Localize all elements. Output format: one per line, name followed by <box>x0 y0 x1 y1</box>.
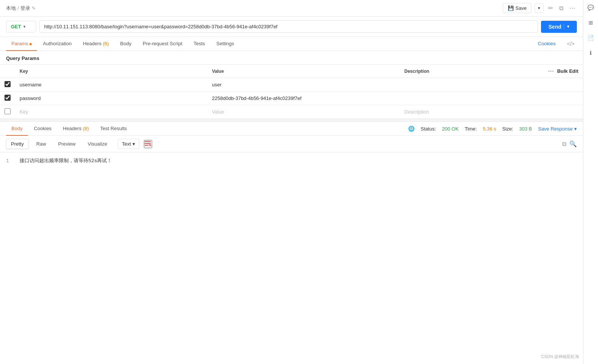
tab-headers[interactable]: Headers (6) <box>78 37 114 51</box>
key-cell-1[interactable]: username <box>15 78 208 92</box>
table-row: username user <box>0 78 583 92</box>
status-label: Status: <box>421 126 436 132</box>
top-bar-actions: 💾 Save ▾ ✏ ⧉ ⋯ <box>503 3 577 13</box>
tab-cookies[interactable]: Cookies <box>533 37 561 51</box>
breadcrumb-login[interactable]: 登录 <box>20 5 30 12</box>
save-response-button[interactable]: Save Response ▾ <box>538 126 577 132</box>
tab-params[interactable]: Params <box>6 37 37 51</box>
method-select[interactable]: GET ▾ <box>6 21 36 32</box>
save-dropdown-button[interactable]: ▾ <box>535 3 544 13</box>
checkbox-cell-2 <box>0 92 15 105</box>
response-tab-cookies[interactable]: Cookies <box>29 122 57 136</box>
more-options-icon[interactable]: ⋯ <box>568 3 577 13</box>
desc-cell-1[interactable] <box>400 78 538 92</box>
copy-icon-top[interactable]: ⧉ <box>558 3 565 13</box>
top-bar: 本地 / 登录 ✎ 💾 Save ▾ ✏ ⧉ ⋯ <box>0 0 583 17</box>
row2-checkbox[interactable] <box>5 95 11 101</box>
text-format-dropdown[interactable]: Text ▾ <box>118 139 139 149</box>
line-number-1: 1 <box>6 158 14 164</box>
globe-icon: 🌐 <box>408 126 415 132</box>
code-icon[interactable]: </> <box>565 37 577 51</box>
wrap-icon-button[interactable] <box>144 140 152 148</box>
table-row: password 2258d0db-37bd-4b56-941e-af4c023… <box>0 92 583 105</box>
row1-checkbox[interactable] <box>5 81 11 87</box>
search-response-button[interactable]: 🔍 <box>569 140 577 147</box>
value-cell-1[interactable]: user <box>208 78 400 92</box>
response-tab-body[interactable]: Body <box>6 122 28 136</box>
response-body: 1 接口访问超出频率限制，请等待52s再试！ <box>0 152 583 364</box>
response-headers-badge: (8) <box>83 126 89 131</box>
format-tab-preview[interactable]: Preview <box>54 139 80 149</box>
send-button[interactable]: Send ▾ <box>541 21 577 33</box>
response-tab-test-results[interactable]: Test Results <box>95 122 132 136</box>
table-header-row: Key Value Description ⋯ Bulk Edit <box>0 65 583 78</box>
more-icon[interactable]: ⋯ <box>548 68 554 75</box>
tab-tests[interactable]: Tests <box>188 37 210 51</box>
tab-settings[interactable]: Settings <box>211 37 239 51</box>
section-divider <box>0 119 583 122</box>
save-label: Save <box>515 5 527 11</box>
key-cell-2[interactable]: password <box>15 92 208 105</box>
sidebar-comment-icon[interactable]: 💬 <box>586 3 595 12</box>
value-placeholder[interactable]: Value <box>208 105 400 119</box>
params-dot <box>29 43 32 45</box>
method-label: GET <box>11 24 21 29</box>
breadcrumb-separator: / <box>17 5 19 11</box>
text-format-arrow: ▾ <box>133 141 135 147</box>
action-cell-1 <box>538 78 583 92</box>
watermark: CSDN @神秘彩虹海 <box>541 354 579 359</box>
edit-icon[interactable]: ✎ <box>32 6 35 11</box>
format-tab-pretty[interactable]: Pretty <box>6 139 29 149</box>
tab-pre-request[interactable]: Pre-request Script <box>137 37 188 51</box>
action-placeholder <box>538 105 583 119</box>
sidebar-info-icon[interactable]: ℹ <box>586 48 595 57</box>
format-tab-visualize[interactable]: Visualize <box>83 139 112 149</box>
check-column-header <box>0 65 15 78</box>
right-sidebar: 💬 ⊞ 📄 ℹ <box>583 0 598 364</box>
format-bar-right: ⧉ 🔍 <box>562 140 577 147</box>
breadcrumb-local[interactable]: 本地 <box>6 5 16 12</box>
time-value: 5.36 s <box>483 126 496 132</box>
save-icon: 💾 <box>508 5 514 11</box>
desc-cell-2[interactable] <box>400 92 538 105</box>
response-tabs-bar: Body Cookies Headers (8) Test Results 🌐 … <box>0 122 583 136</box>
url-input[interactable] <box>39 20 538 33</box>
query-params-title: Query Params <box>0 51 583 64</box>
send-arrow-icon[interactable]: ▾ <box>564 24 569 29</box>
save-response-arrow: ▾ <box>574 126 577 132</box>
format-tab-raw[interactable]: Raw <box>32 139 51 149</box>
response-section: Body Cookies Headers (8) Test Results 🌐 … <box>0 122 583 364</box>
key-column-header: Key <box>15 65 208 78</box>
bulk-edit-column-header: ⋯ Bulk Edit <box>538 65 583 78</box>
url-bar: GET ▾ Send ▾ <box>0 17 583 37</box>
checkbox-cell-placeholder <box>0 105 15 119</box>
time-label: Time: <box>465 126 477 132</box>
tab-authorization[interactable]: Authorization <box>38 37 77 51</box>
desc-placeholder[interactable]: Description <box>400 105 538 119</box>
headers-badge: (6) <box>103 41 109 46</box>
response-text-1: 接口访问超出频率限制，请等待52s再试！ <box>20 157 112 164</box>
size-value: 303 B <box>519 126 532 132</box>
send-label: Send <box>549 24 561 30</box>
sidebar-layout-icon[interactable]: ⊞ <box>586 18 595 27</box>
status-value: 200 OK <box>442 126 459 132</box>
breadcrumb: 本地 / 登录 ✎ <box>6 5 503 12</box>
copy-response-button[interactable]: ⧉ <box>562 141 566 147</box>
key-placeholder[interactable]: Key <box>15 105 208 119</box>
save-button[interactable]: 💾 Save <box>503 3 532 13</box>
response-line-1: 1 接口访问超出频率限制，请等待52s再试！ <box>6 157 577 164</box>
pencil-icon[interactable]: ✏ <box>547 3 555 13</box>
value-cell-2[interactable]: 2258d0db-37bd-4b56-941e-af4c0239f7ef <box>208 92 400 105</box>
response-tab-headers[interactable]: Headers (8) <box>58 122 94 136</box>
placeholder-checkbox[interactable] <box>5 108 11 114</box>
checkbox-cell-1 <box>0 78 15 92</box>
size-label: Size: <box>502 126 513 132</box>
text-format-label: Text <box>122 141 131 147</box>
bulk-edit-label[interactable]: Bulk Edit <box>557 68 578 74</box>
query-params-section: Query Params Key Value Description ⋯ Bul… <box>0 51 583 119</box>
desc-column-header: Description <box>400 65 538 78</box>
method-arrow-icon: ▾ <box>23 25 25 29</box>
tab-body[interactable]: Body <box>115 37 137 51</box>
value-column-header: Value <box>208 65 400 78</box>
sidebar-doc-icon[interactable]: 📄 <box>586 33 595 42</box>
